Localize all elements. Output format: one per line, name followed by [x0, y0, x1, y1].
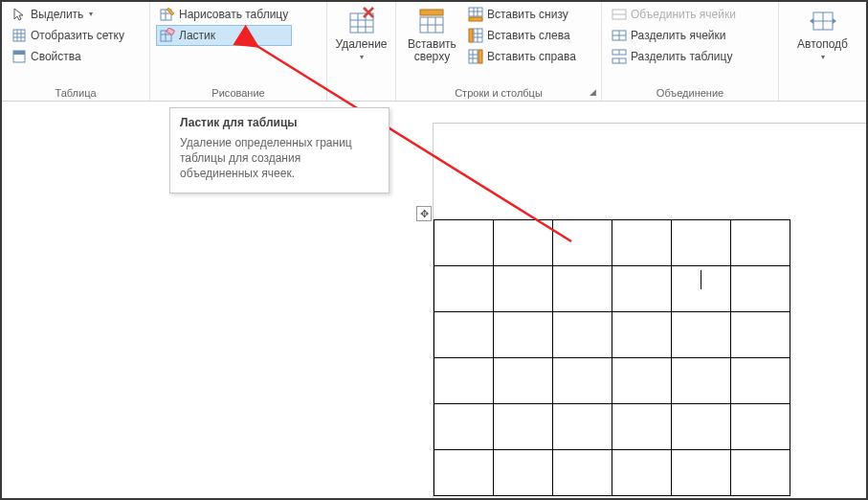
- insert-right-label: Вставить справа: [487, 48, 576, 65]
- split-cells-button[interactable]: Разделить ячейки: [608, 25, 740, 46]
- eraser-icon: [160, 28, 175, 43]
- grid-icon: [11, 28, 27, 43]
- properties-icon: [11, 49, 27, 64]
- split-table-icon: [612, 49, 627, 64]
- group-drawing: Нарисовать таблицу Ластик Рисование: [150, 2, 327, 101]
- show-grid-label: Отобразить сетку: [31, 27, 124, 44]
- group-delete-spacer: [333, 84, 389, 101]
- autofit-button[interactable]: Автоподб ▾: [791, 4, 854, 63]
- table-move-handle[interactable]: ✥: [416, 206, 432, 221]
- ribbon: Выделить ▾ Отобразить сетку Свойства Та: [2, 2, 866, 102]
- group-table: Выделить ▾ Отобразить сетку Свойства Та: [2, 2, 150, 101]
- group-merge: Объединить ячейки Разделить ячейки Разде…: [602, 2, 779, 101]
- draw-table-icon: [160, 7, 175, 22]
- svg-rect-13: [167, 28, 175, 35]
- delete-label: Удаление: [335, 38, 387, 51]
- group-autofit: Автоподб ▾: [779, 2, 866, 101]
- insert-right-icon: [468, 49, 483, 64]
- insert-right-button[interactable]: Вставить справа: [464, 46, 580, 67]
- svg-rect-0: [13, 30, 25, 41]
- svg-rect-38: [479, 50, 482, 63]
- svg-rect-14: [350, 13, 373, 33]
- document-area: ✥: [2, 102, 866, 498]
- select-button[interactable]: Выделить ▾: [8, 4, 128, 25]
- group-merge-label: Объединение: [608, 84, 772, 101]
- group-delete: Удаление ▾: [327, 2, 396, 101]
- delete-icon: [346, 6, 377, 36]
- svg-rect-6: [13, 51, 25, 55]
- svg-rect-28: [469, 17, 482, 21]
- svg-rect-33: [469, 29, 473, 42]
- split-table-button[interactable]: Разделить таблицу: [608, 46, 740, 67]
- tooltip-body: Удаление определенных границ таблицы для…: [180, 135, 379, 181]
- cursor-icon: [11, 7, 27, 22]
- chevron-down-icon: ▾: [821, 53, 825, 61]
- eraser-label: Ластик: [179, 27, 215, 44]
- properties-button[interactable]: Свойства: [8, 46, 128, 67]
- document-page[interactable]: ✥: [433, 123, 868, 500]
- autofit-label: Автоподб: [797, 38, 848, 51]
- insert-below-button[interactable]: Вставить снизу: [464, 4, 580, 25]
- split-table-label: Разделить таблицу: [631, 48, 732, 65]
- autofit-icon: [808, 6, 838, 36]
- chevron-down-icon: ▾: [89, 6, 93, 23]
- merge-cells-label: Объединить ячейки: [631, 6, 736, 23]
- insert-above-button[interactable]: Вставить сверху: [402, 4, 462, 65]
- group-rows-cols-label: Строки и столбцы: [402, 84, 595, 101]
- group-rows-cols: Вставить сверху Вставить снизу Вставить …: [396, 2, 602, 101]
- insert-above-label: Вставить сверху: [408, 38, 456, 63]
- group-autofit-spacer: [785, 84, 860, 101]
- group-drawing-label: Рисование: [156, 84, 321, 101]
- group-table-label: Таблица: [8, 84, 144, 101]
- insert-left-label: Вставить слева: [487, 27, 570, 44]
- rows-cols-dialog-launcher[interactable]: ◢: [587, 86, 598, 98]
- select-label: Выделить: [31, 6, 83, 23]
- insert-below-label: Вставить снизу: [487, 6, 568, 23]
- insert-left-icon: [468, 28, 483, 43]
- chevron-down-icon: ▾: [360, 53, 364, 61]
- delete-button[interactable]: Удаление ▾: [329, 4, 392, 63]
- insert-below-icon: [468, 7, 483, 22]
- insert-left-button[interactable]: Вставить слева: [464, 25, 580, 46]
- tooltip-title: Ластик для таблицы: [180, 116, 379, 129]
- eraser-button[interactable]: Ластик: [156, 25, 292, 46]
- eraser-tooltip: Ластик для таблицы Удаление определенных…: [169, 107, 389, 193]
- properties-label: Свойства: [31, 48, 81, 65]
- show-grid-button[interactable]: Отобразить сетку: [8, 25, 128, 46]
- merge-cells-icon: [612, 7, 627, 22]
- insert-above-icon: [416, 6, 447, 36]
- text-cursor: [701, 270, 701, 289]
- split-cells-icon: [612, 28, 627, 43]
- document-table[interactable]: [434, 219, 790, 496]
- draw-table-button[interactable]: Нарисовать таблицу: [156, 4, 292, 25]
- split-cells-label: Разделить ячейки: [631, 27, 726, 44]
- svg-rect-23: [420, 10, 443, 15]
- draw-table-label: Нарисовать таблицу: [179, 6, 288, 23]
- merge-cells-button[interactable]: Объединить ячейки: [608, 4, 740, 25]
